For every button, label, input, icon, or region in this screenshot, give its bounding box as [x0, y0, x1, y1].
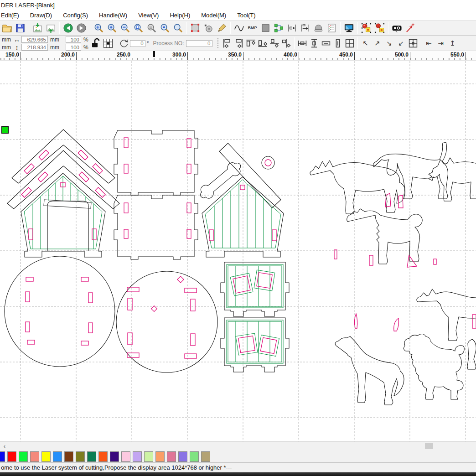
zoom-out-button[interactable]: [119, 21, 132, 35]
dog-silhouettes[interactable]: [310, 142, 476, 405]
roof-trim-piece-1[interactable]: [12, 129, 115, 183]
color-swatch-15[interactable]: [167, 451, 176, 462]
simulate-button[interactable]: [360, 21, 373, 35]
h-distribute-button[interactable]: [285, 21, 299, 35]
same-size-button[interactable]: [344, 36, 356, 50]
color-swatch-10[interactable]: [110, 451, 119, 462]
push-left-button[interactable]: ⇤: [423, 37, 435, 49]
zoom-window-button[interactable]: [145, 21, 158, 35]
move-top-left-button[interactable]: ↖: [360, 37, 372, 49]
align-left-button[interactable]: [221, 36, 233, 50]
aspect-lock-button[interactable]: [90, 36, 102, 50]
color-swatch-7[interactable]: [76, 451, 85, 462]
round-base-2[interactable]: [116, 271, 217, 373]
align-bottom-button[interactable]: [257, 36, 269, 50]
color-swatch-6[interactable]: [64, 451, 73, 462]
v-distribute-button[interactable]: [299, 21, 312, 35]
color-swatch-17[interactable]: [190, 451, 199, 462]
color-swatch-11[interactable]: [121, 451, 130, 462]
menu-item-help-h-[interactable]: Help(H): [169, 11, 196, 20]
zoom-button[interactable]: [171, 21, 185, 35]
move-center-button[interactable]: [407, 36, 419, 50]
color-swatch-16[interactable]: [178, 451, 187, 462]
color-swatch-8[interactable]: [87, 451, 96, 462]
menu-item-handle-w-[interactable]: Handle(W): [98, 11, 133, 20]
same-width-button[interactable]: [320, 36, 332, 50]
bone-shape[interactable]: [197, 159, 244, 202]
align-hcenter-button[interactable]: [269, 36, 280, 50]
round-base-1[interactable]: [5, 256, 115, 367]
menu-item-draw-d-[interactable]: Draw(D): [29, 11, 57, 20]
align-vcenter-button[interactable]: [280, 36, 292, 50]
same-height-button[interactable]: [332, 36, 344, 50]
output-machine-button[interactable]: [312, 21, 325, 35]
worklist-button[interactable]: [325, 21, 338, 35]
align-right-button[interactable]: [233, 36, 245, 50]
zoom-drag-button[interactable]: [92, 21, 105, 35]
height-field[interactable]: 218.934: [21, 44, 48, 51]
menu-item-view-v-[interactable]: View(V): [137, 11, 164, 20]
scroll-left-button[interactable]: ‹: [1, 442, 8, 450]
color-swatch-18[interactable]: [201, 451, 210, 462]
outline-tree-button[interactable]: [272, 21, 285, 35]
color-swatch-4[interactable]: [41, 451, 51, 462]
color-swatch-0[interactable]: [0, 451, 5, 462]
equal-vspace-button[interactable]: [308, 36, 320, 50]
color-swatch-12[interactable]: [133, 451, 142, 462]
simulate-frame-button[interactable]: [373, 21, 386, 35]
toolbar-drag-handle[interactable]: [217, 37, 219, 49]
rotate-field[interactable]: 0: [130, 40, 145, 47]
push-right-button[interactable]: ⇥: [435, 37, 447, 49]
menu-item-tool-t-[interactable]: Tool(T): [236, 11, 261, 20]
curve-tool-button[interactable]: [233, 21, 246, 35]
zoom-page-button[interactable]: [132, 21, 145, 35]
export-image-button[interactable]: [44, 21, 57, 35]
color-swatch-5[interactable]: [53, 451, 62, 462]
import-image-button[interactable]: [31, 21, 44, 35]
menu-item-model-m-[interactable]: Model(M): [200, 11, 232, 20]
roof-panel-1[interactable]: [114, 130, 198, 195]
width-field[interactable]: 629.665: [21, 36, 48, 43]
roof-trim-piece-2[interactable]: [7, 150, 119, 209]
anchor-point-button[interactable]: [102, 36, 114, 50]
tray-panel-1[interactable]: [221, 262, 289, 316]
zoom-all-button[interactable]: A: [158, 21, 171, 35]
camera-button[interactable]: [390, 21, 404, 35]
color-swatch-13[interactable]: [144, 451, 153, 462]
node-edit-button[interactable]: [215, 21, 228, 35]
align-top-button[interactable]: [245, 36, 257, 50]
color-swatch-9[interactable]: [98, 451, 108, 462]
select-rect-button[interactable]: [189, 21, 202, 35]
equal-hspace-button[interactable]: [296, 36, 308, 50]
color-swatch-2[interactable]: [19, 451, 28, 462]
save-button[interactable]: [14, 21, 27, 35]
bmp-tool-button[interactable]: BMP: [246, 21, 259, 35]
doghouse-front-panel[interactable]: [21, 173, 105, 257]
process-no-field[interactable]: 0: [186, 40, 212, 47]
horizontal-scrollbar[interactable]: ‹: [0, 441, 476, 450]
push-top-button[interactable]: ↥: [447, 37, 459, 49]
move-bottom-left-button[interactable]: ↙: [395, 37, 407, 49]
menu-item-config-s-[interactable]: Config(S): [62, 11, 93, 20]
fill-tool-button[interactable]: [259, 21, 272, 35]
preview-monitor-button[interactable]: [342, 21, 356, 35]
color-swatch-14[interactable]: [155, 451, 165, 462]
laser-position-button[interactable]: [404, 21, 417, 35]
zoom-in-button[interactable]: [105, 21, 119, 35]
rotate-tool-button[interactable]: [202, 21, 215, 35]
color-swatch-3[interactable]: [30, 451, 39, 462]
roof-panel-2[interactable]: [114, 195, 198, 259]
open-button[interactable]: [0, 21, 14, 35]
color-swatch-1[interactable]: [7, 451, 16, 462]
move-top-right-button[interactable]: ↗: [372, 37, 383, 49]
scale-w-field[interactable]: 100: [66, 36, 81, 43]
undo-button[interactable]: [62, 21, 75, 35]
move-bottom-right-button[interactable]: ↘: [383, 37, 395, 49]
scrollbar-thumb[interactable]: [425, 443, 433, 449]
tray-panel-2[interactable]: [221, 318, 289, 372]
canvas-workspace[interactable]: [0, 61, 476, 441]
sign-plank[interactable]: [219, 143, 281, 208]
redo-button[interactable]: [75, 21, 88, 35]
menu-item-edit-e-[interactable]: Edit(E): [0, 11, 25, 20]
scale-h-field[interactable]: 100: [66, 44, 81, 51]
